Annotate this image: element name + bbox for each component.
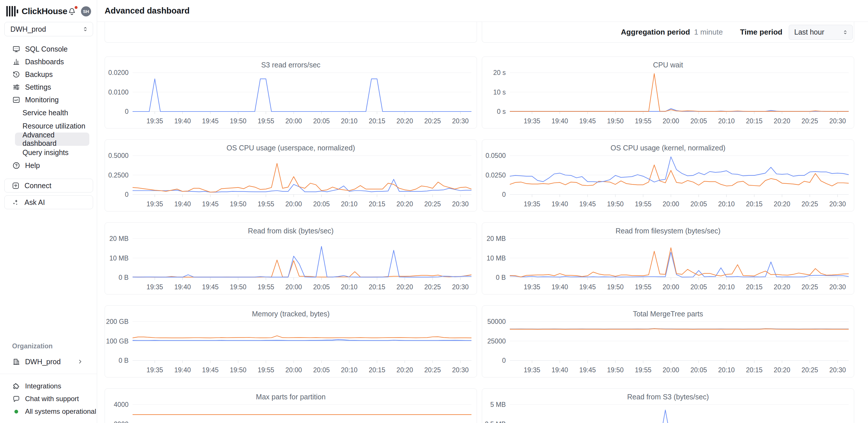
x-axis-label: 20:25 [801,283,818,291]
sidebar-item-query-insights[interactable]: Query insights [0,146,97,159]
time-period-label: Time period [740,28,782,37]
connect-icon [11,182,20,190]
sidebar-item-settings[interactable]: Settings [0,81,97,93]
sidebar-item-sql-console[interactable]: SQL Console [0,43,97,55]
x-axis-label: 19:55 [258,283,274,291]
chart-card: Memory (tracked, bytes)0 B100 GB200 GB19… [104,305,477,378]
x-axis-label: 20:20 [774,283,790,291]
x-axis-label: 19:40 [174,117,191,125]
x-axis-label: 19:35 [146,200,163,208]
x-axis-label: 19:55 [635,117,652,125]
time-period-select[interactable]: Last hour [789,25,853,40]
chevron-right-icon [76,358,84,365]
x-axis-label: 19:40 [552,283,568,291]
x-axis-label: 19:35 [524,117,540,125]
page-title: Advanced dashboard [104,6,190,15]
x-axis-label: 20:10 [718,366,735,374]
y-axis-label: 0 B [496,274,506,282]
connect-button[interactable]: Connect [4,178,93,193]
chart-series-orange [510,73,849,111]
ask-ai-button[interactable]: Ask AI [4,195,93,209]
x-axis-label: 20:25 [424,117,441,125]
x-axis-label: 19:40 [174,200,191,208]
y-axis-label: 20 MB [487,235,506,242]
chart-card: Total MergeTree parts0250005000019:3519:… [482,305,854,378]
y-axis-label: 0.0200 [108,69,128,77]
sidebar-item-integrations[interactable]: Integrations [0,380,97,392]
x-axis-label: 19:40 [552,200,568,208]
y-axis-label: 0 [125,191,128,198]
system-status[interactable]: All systems operational [0,405,97,418]
x-axis-label: 19:55 [635,283,652,291]
help-circle-icon [12,161,21,170]
sliders-icon [12,83,21,91]
status-text: All systems operational [25,408,96,416]
time-period-value: Last hour [794,28,824,36]
x-axis-label: 19:55 [258,366,274,374]
restore-clock-icon [12,70,21,79]
x-axis-label: 20:30 [452,117,469,125]
notifications-bell-icon[interactable] [67,7,76,16]
x-axis-label: 19:50 [230,283,247,291]
x-axis-label: 20:10 [341,117,358,125]
dashboard-content: Aggregation period 1 minute Time period … [97,22,868,423]
x-axis-label: 20:05 [690,366,707,374]
x-axis-label: 19:55 [258,200,274,208]
sidebar-item-dashboards[interactable]: Dashboards [0,55,97,68]
x-axis-label: 20:15 [369,366,385,374]
x-axis-label: 20:05 [313,117,330,125]
chart-card: Read from disk (bytes/sec)0 B10 MB20 MB1… [104,223,477,294]
aggregation-period-label: Aggregation period [621,28,690,37]
chart-canvas [132,149,471,198]
sidebar-item-help[interactable]: Help [0,159,97,172]
dashboard-controls: Aggregation period 1 minute Time period … [612,24,853,40]
chart-card: CPU wait0 s10 s20 s19:3519:4019:4519:501… [482,57,854,129]
x-axis-label: 20:05 [313,200,330,208]
sidebar-item-chat-support[interactable]: Chat with support [0,392,97,405]
x-axis-label: 20:15 [746,117,763,125]
x-axis-label: 19:45 [579,366,596,374]
sidebar-divider [0,374,97,374]
x-axis-label: 20:00 [662,283,679,291]
x-axis-label: 20:10 [341,366,358,374]
x-axis-label: 20:30 [452,366,469,374]
x-axis-label: 20:20 [397,366,413,374]
x-axis-label: 20:10 [718,117,735,125]
sidebar-item-monitoring[interactable]: Monitoring [0,93,97,106]
x-axis-label: 20:30 [829,366,846,374]
organization-selector[interactable]: DWH_prod [0,355,97,368]
chart-card: OS CPU usage (kernel, normalized)00.0250… [482,139,854,212]
x-axis-label: 19:55 [258,117,274,125]
x-axis-label: 20:15 [746,200,763,208]
x-axis-label: 19:40 [552,117,568,125]
x-axis-label: 19:50 [230,200,247,208]
chart-series-orange [132,163,471,192]
sidebar-item-service-health[interactable]: Service health [0,106,97,119]
x-axis-label: 19:35 [524,366,540,374]
user-avatar[interactable]: SH [81,6,91,17]
y-axis-label: 0.2500 [108,171,128,179]
service-selector[interactable]: DWH_prod [4,22,93,36]
organization-section-label: Organization [0,342,97,350]
x-axis-label: 20:25 [424,366,441,374]
chart-series-blue [510,410,849,423]
x-axis-label: 20:30 [452,283,469,291]
x-axis-label: 20:30 [829,200,846,208]
x-axis-label: 19:45 [202,200,219,208]
charts-grid: S3 read errors/sec00.01000.020019:3519:4… [104,57,854,423]
chart-series-blue [132,339,471,340]
x-axis-label: 20:15 [746,283,763,291]
sidebar-item-advanced-dashboard[interactable]: Advanced dashboard [15,133,89,146]
x-axis-label: 20:00 [285,200,302,208]
x-axis-label: 20:10 [718,283,735,291]
x-axis-label: 20:30 [452,200,469,208]
chart-series-muted_blue [510,328,849,329]
y-axis-label: 200 GB [106,318,128,326]
sidebar-item-backups[interactable]: Backups [0,68,97,81]
chevron-up-down-icon [82,26,89,33]
x-axis-label: 20:00 [285,117,302,125]
chevron-up-down-icon [842,29,848,35]
x-axis-label: 19:55 [635,366,652,374]
sidebar-header: ClickHouse SH [0,0,97,17]
chart-series-blue [132,247,471,277]
